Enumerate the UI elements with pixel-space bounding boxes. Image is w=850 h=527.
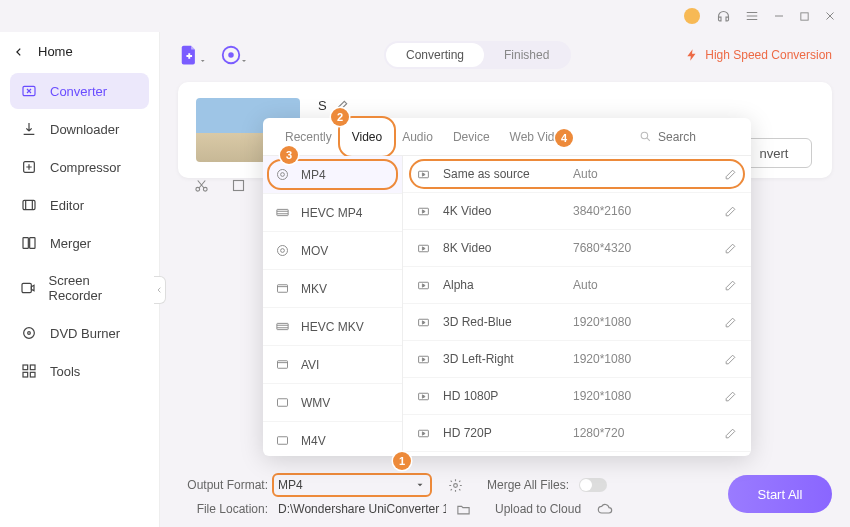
svg-rect-21: [277, 209, 288, 215]
res-same-as-source[interactable]: Same as sourceAuto: [403, 156, 751, 193]
edit-preset-icon[interactable]: [724, 168, 737, 181]
file-location-value[interactable]: D:\Wondershare UniConverter 1: [278, 502, 446, 516]
convert-icon: [20, 83, 38, 99]
res-8k[interactable]: 8K Video7680*4320: [403, 230, 751, 267]
edit-preset-icon[interactable]: [724, 205, 737, 218]
video-icon: [417, 390, 433, 403]
res-value: 1280*720: [573, 426, 624, 440]
edit-preset-icon[interactable]: [724, 353, 737, 366]
merge-toggle[interactable]: [579, 478, 607, 492]
popup-search[interactable]: [639, 130, 739, 144]
format-label: HEVC MP4: [301, 206, 362, 220]
sidebar-item-merger[interactable]: Merger: [10, 225, 149, 261]
edit-icon: [20, 197, 38, 213]
sidebar-item-downloader[interactable]: Downloader: [10, 111, 149, 147]
hsc-label: High Speed Conversion: [705, 48, 832, 62]
video-icon: [417, 353, 433, 366]
video-icon: [417, 205, 433, 218]
svg-point-22: [278, 246, 288, 256]
open-folder-icon[interactable]: [456, 502, 471, 517]
res-value: Auto: [573, 167, 598, 181]
svg-rect-6: [22, 283, 31, 292]
video-icon: [417, 279, 433, 292]
collapse-sidebar[interactable]: [154, 276, 166, 304]
format-avi[interactable]: AVI: [263, 346, 402, 384]
popup-tab-device[interactable]: Device: [443, 118, 500, 156]
sidebar-item-label: Tools: [50, 364, 80, 379]
minimize-button[interactable]: [773, 10, 785, 22]
format-m4v[interactable]: M4V: [263, 422, 402, 456]
format-mov[interactable]: MOV: [263, 232, 402, 270]
start-all-button[interactable]: Start All: [728, 475, 832, 513]
edit-preset-icon[interactable]: [724, 316, 737, 329]
res-name: Same as source: [443, 167, 573, 181]
res-3d-left-right[interactable]: 3D Left-Right1920*1080: [403, 341, 751, 378]
tab-finished[interactable]: Finished: [484, 43, 569, 67]
file-title: S: [318, 98, 327, 113]
svg-rect-3: [23, 200, 35, 209]
tab-converting[interactable]: Converting: [386, 43, 484, 67]
high-speed-toggle[interactable]: High Speed Conversion: [685, 48, 832, 62]
edit-tools: [194, 178, 246, 193]
crop-icon[interactable]: [231, 178, 246, 193]
sidebar-item-screen-recorder[interactable]: Screen Recorder: [10, 263, 149, 313]
res-alpha[interactable]: AlphaAuto: [403, 267, 751, 304]
svg-rect-4: [23, 238, 28, 249]
close-button[interactable]: [824, 10, 836, 22]
sidebar: Home Converter Downloader Compressor Edi…: [0, 32, 160, 527]
format-hevc-mp4[interactable]: HEVC MP4: [263, 194, 402, 232]
download-icon: [20, 121, 38, 137]
res-value: 1920*1080: [573, 315, 631, 329]
popup-tab-video[interactable]: Video: [342, 118, 392, 156]
search-input[interactable]: [658, 130, 718, 144]
back-home[interactable]: Home: [10, 38, 149, 73]
res-4k[interactable]: 4K Video3840*2160: [403, 193, 751, 230]
edit-preset-icon[interactable]: [724, 242, 737, 255]
sidebar-item-label: Screen Recorder: [49, 273, 139, 303]
edit-preset-icon[interactable]: [724, 390, 737, 403]
sidebar-item-tools[interactable]: Tools: [10, 353, 149, 389]
svg-rect-26: [278, 361, 288, 369]
output-format-select[interactable]: MP4: [278, 477, 428, 493]
res-1080p[interactable]: HD 1080P1920*1080: [403, 378, 751, 415]
format-label: AVI: [301, 358, 319, 372]
add-file-button[interactable]: [178, 41, 206, 69]
settings-icon[interactable]: [448, 478, 463, 493]
add-dvd-button[interactable]: [220, 41, 248, 69]
upload-cloud-label: Upload to Cloud: [495, 502, 581, 516]
sidebar-item-dvd-burner[interactable]: DVD Burner: [10, 315, 149, 351]
format-hevc-mkv[interactable]: HEVC MKV: [263, 308, 402, 346]
svg-point-18: [641, 132, 648, 139]
user-avatar[interactable]: [684, 8, 700, 24]
res-name: Alpha: [443, 278, 573, 292]
support-icon[interactable]: [716, 9, 731, 24]
svg-rect-0: [801, 12, 808, 19]
output-format-value: MP4: [278, 478, 408, 492]
maximize-button[interactable]: [799, 11, 810, 22]
res-720p[interactable]: HD 720P1280*720: [403, 415, 751, 452]
svg-point-20: [281, 173, 285, 177]
menu-icon[interactable]: [745, 9, 759, 23]
trim-icon[interactable]: [194, 178, 209, 193]
sidebar-item-converter[interactable]: Converter: [10, 73, 149, 109]
sidebar-item-editor[interactable]: Editor: [10, 187, 149, 223]
badge-1: 1: [393, 452, 411, 470]
edit-preset-icon[interactable]: [724, 279, 737, 292]
chevron-down-icon[interactable]: [412, 477, 428, 493]
sidebar-item-label: Merger: [50, 236, 91, 251]
popup-tab-audio[interactable]: Audio: [392, 118, 443, 156]
format-label: MP4: [301, 168, 326, 182]
svg-rect-25: [277, 323, 288, 329]
format-label: WMV: [301, 396, 330, 410]
res-name: HD 720P: [443, 426, 573, 440]
res-3d-red-blue[interactable]: 3D Red-Blue1920*1080: [403, 304, 751, 341]
cloud-icon[interactable]: [597, 501, 613, 517]
res-value: 1920*1080: [573, 389, 631, 403]
format-label: HEVC MKV: [301, 320, 364, 334]
format-wmv[interactable]: WMV: [263, 384, 402, 422]
format-mkv[interactable]: MKV: [263, 270, 402, 308]
sidebar-item-compressor[interactable]: Compressor: [10, 149, 149, 185]
edit-preset-icon[interactable]: [724, 427, 737, 440]
format-label: M4V: [301, 434, 326, 448]
sidebar-item-label: Converter: [50, 84, 107, 99]
